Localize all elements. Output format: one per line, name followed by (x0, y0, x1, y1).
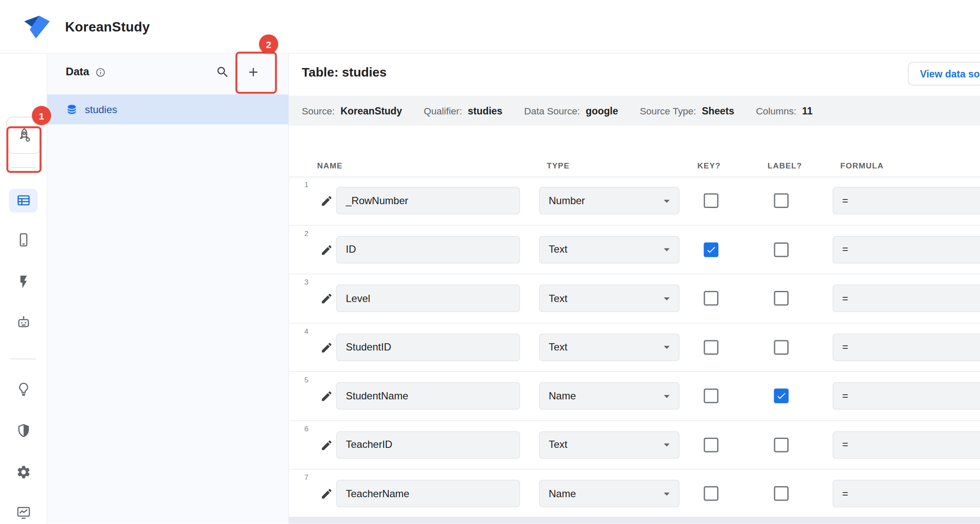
row-number: 2 (305, 229, 309, 237)
data-table-icon (16, 193, 31, 208)
label-checkbox[interactable] (774, 194, 789, 208)
meta-label: Source: (302, 105, 335, 116)
column-type-dropdown[interactable]: Number (539, 187, 680, 215)
key-checkbox[interactable] (704, 340, 719, 355)
table-item-label: studies (85, 104, 117, 115)
table-row: 3 Level Text = (289, 274, 980, 323)
page-title: Table: studies (302, 65, 387, 80)
chevron-down-icon (660, 340, 674, 354)
meta-label: Columns: (756, 105, 796, 116)
sidebar-item-data[interactable] (9, 188, 37, 213)
lightbulb-icon (16, 382, 31, 397)
table-row: 6 TeacherID Text = (289, 421, 980, 470)
main-content: Table: studies View data source Source: … (289, 53, 980, 524)
info-icon[interactable] (95, 67, 106, 78)
chevron-down-icon (660, 438, 674, 452)
meta-label: Source Type: (640, 105, 696, 116)
header-formula: FORMULA (840, 162, 884, 171)
formula-input[interactable]: = (833, 431, 980, 458)
key-checkbox[interactable] (704, 194, 719, 208)
edit-icon[interactable] (320, 292, 333, 305)
table-row: 4 StudentID Text = (289, 323, 980, 372)
key-checkbox[interactable] (704, 389, 719, 404)
key-checkbox[interactable] (704, 437, 719, 452)
meta-columns: Columns: 11 (756, 105, 812, 117)
edit-icon[interactable] (320, 439, 333, 451)
meta-value: KoreanStudy (341, 105, 402, 117)
formula-input[interactable]: = (833, 382, 980, 410)
table-meta-bar: Source: KoreanStudy Qualifier: studies D… (289, 96, 980, 126)
sidebar-item-automation[interactable] (9, 269, 37, 295)
chevron-down-icon (660, 487, 674, 501)
view-data-source-button[interactable]: View data source (908, 62, 980, 86)
formula-input[interactable]: = (833, 480, 980, 507)
chevron-down-icon (660, 194, 674, 208)
column-name-input[interactable]: ID (336, 236, 520, 263)
table-row: 5 StudentName Name = (289, 372, 980, 421)
meta-label: Data Source: (524, 105, 580, 116)
row-number: 6 (305, 424, 309, 432)
column-type-dropdown[interactable]: Text (539, 333, 680, 361)
meta-value: studies (468, 105, 502, 117)
add-table-button[interactable] (246, 65, 260, 79)
label-checkbox[interactable] (774, 437, 789, 452)
appsheet-logo (23, 14, 52, 39)
edit-icon[interactable] (320, 195, 333, 208)
key-checkbox[interactable] (704, 291, 719, 306)
key-checkbox[interactable] (704, 242, 719, 257)
column-name-input[interactable]: TeacherID (336, 431, 520, 458)
search-icon[interactable] (216, 65, 230, 79)
column-name-input[interactable]: Level (336, 285, 520, 312)
meta-qualifier: Qualifier: studies (424, 105, 502, 117)
meta-label: Qualifier: (424, 105, 462, 116)
data-panel: Data studies (47, 53, 289, 524)
table-row: 1 _RowNumber Number = (289, 177, 980, 226)
label-checkbox[interactable] (774, 242, 789, 257)
column-name-input[interactable]: _RowNumber (336, 187, 520, 215)
key-checkbox[interactable] (704, 486, 719, 501)
formula-input[interactable]: = (833, 187, 980, 215)
columns-table-header: NAME TYPE KEY? LABEL? FORMULA (289, 157, 980, 178)
meta-source: Source: KoreanStudy (302, 105, 402, 117)
sidebar-item-settings[interactable] (9, 459, 37, 485)
edit-icon[interactable] (320, 243, 333, 256)
sidebar-item-app[interactable] (9, 227, 37, 253)
annotation-badge-step2: 2 (259, 34, 278, 54)
column-type-dropdown[interactable]: Text (539, 431, 680, 458)
header-type: TYPE (547, 162, 570, 171)
column-type-dropdown[interactable]: Text (539, 285, 680, 312)
sidebar-item-chat-apps[interactable] (9, 310, 37, 335)
column-name-input[interactable]: StudentName (336, 382, 520, 410)
edit-icon[interactable] (320, 487, 333, 500)
next-row-strip (289, 517, 980, 524)
bolt-icon (16, 274, 31, 290)
column-type-dropdown[interactable]: Name (539, 480, 680, 507)
column-name-input[interactable]: StudentID (336, 333, 520, 361)
formula-input[interactable]: = (833, 333, 980, 361)
edit-icon[interactable] (320, 341, 333, 354)
label-checkbox[interactable] (774, 291, 789, 306)
database-icon (66, 103, 78, 116)
sidebar-item-intelligence[interactable] (9, 376, 37, 402)
sidebar-item-manage[interactable] (9, 500, 37, 524)
formula-input[interactable]: = (833, 285, 980, 312)
appsheet-editor-window: KoreanStudy (0, 0, 980, 524)
edit-icon[interactable] (320, 390, 333, 403)
chevron-down-icon (660, 389, 674, 403)
sidebar-item-security[interactable] (9, 418, 37, 444)
row-number: 4 (305, 327, 309, 335)
formula-input[interactable]: = (833, 236, 980, 263)
chevron-down-icon (660, 291, 674, 305)
label-checkbox[interactable] (774, 340, 789, 355)
column-name-input[interactable]: TeacherName (336, 480, 520, 507)
annotation-badge-step1: 1 (32, 106, 51, 125)
row-number: 1 (305, 181, 309, 188)
column-type-dropdown[interactable]: Name (539, 382, 680, 410)
label-checkbox[interactable] (774, 389, 789, 404)
sidebar-item-studies-table[interactable]: studies (47, 94, 289, 125)
robot-icon (16, 315, 31, 330)
label-checkbox[interactable] (774, 486, 789, 501)
meta-value: Sheets (702, 105, 734, 117)
column-type-dropdown[interactable]: Text (539, 236, 680, 263)
rocket-icon (16, 127, 32, 144)
